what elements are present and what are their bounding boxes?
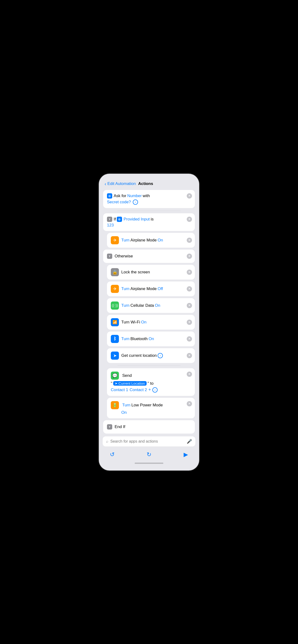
- end-if-label: End If: [115, 424, 125, 429]
- airplane-on-icon: ✈: [111, 236, 119, 244]
- remove-airplane-off[interactable]: ×: [187, 286, 192, 292]
- play-icon: ▶: [184, 451, 188, 458]
- undo-button[interactable]: ↺: [107, 450, 117, 459]
- action-turn-airplane-off[interactable]: ✈ Turn Airplane Mode Off ×: [107, 282, 195, 296]
- cellular-icon: ((·)): [111, 302, 119, 310]
- on-label-1[interactable]: On: [158, 238, 163, 243]
- otherwise-text: Otherwise: [115, 254, 191, 258]
- remove-location[interactable]: ×: [187, 353, 192, 358]
- action-end-if[interactable]: Y End If: [103, 420, 195, 434]
- remove-otherwise[interactable]: ×: [187, 254, 192, 259]
- is-label: is: [151, 217, 154, 222]
- provided-input-token[interactable]: Provided Input: [123, 217, 150, 222]
- remove-lock[interactable]: ×: [187, 270, 192, 275]
- battery-icon: 🔋: [111, 401, 119, 409]
- current-location-tag[interactable]: ➤ Current Location: [113, 381, 146, 386]
- remove-airplane-on[interactable]: ×: [187, 238, 192, 243]
- action-if-row1: Y If ⊕ Provided Input is: [107, 217, 191, 222]
- action-get-location[interactable]: ➤ Get current location › ×: [107, 348, 195, 363]
- header: ‹ Edit Automation Actions: [103, 178, 195, 190]
- contact1-token[interactable]: Contact 1: [111, 388, 128, 392]
- action-ask-number[interactable]: ⊕ Ask for Number with Secret code? › ×: [103, 190, 195, 208]
- redo-button[interactable]: ↻: [144, 450, 154, 459]
- action-turn-wifi[interactable]: 📶 Turn Wi-Fi On ×: [107, 315, 195, 330]
- with-label: with: [142, 194, 150, 198]
- remove-if[interactable]: ×: [187, 217, 192, 222]
- remove-bluetooth[interactable]: ×: [187, 336, 192, 342]
- action-ask-number-row2: Secret code? ›: [107, 200, 146, 205]
- messages-icon: 💬: [111, 372, 119, 380]
- action-turn-cellular[interactable]: ((·)) Turn Cellular Data On ×: [107, 298, 195, 313]
- phone-container: ‹ Edit Automation Actions ⊕ Ask for Numb…: [99, 174, 199, 470]
- action-turn-airplane-on-text: Turn Airplane Mode On: [121, 238, 191, 243]
- location-icon: ➤: [111, 352, 119, 360]
- send-row3: Contact 1 Contact 2 + ›: [111, 387, 165, 392]
- action-send-message[interactable]: 💬 Send " ➤ Current Location " to Contact…: [107, 368, 195, 396]
- get-location-label: Get current location: [121, 353, 157, 358]
- remove-send[interactable]: ×: [187, 372, 192, 377]
- search-bar[interactable]: ⌕ 🎤: [103, 436, 195, 446]
- send-row2: " ➤ Current Location " to: [111, 381, 161, 386]
- add-contact-button[interactable]: +: [148, 387, 151, 392]
- bluetooth-label: Bluetooth: [130, 336, 147, 341]
- off-label[interactable]: Off: [158, 286, 163, 291]
- play-button[interactable]: ▶: [181, 450, 191, 459]
- lock-icon: 🔒: [111, 268, 119, 276]
- send-arrow[interactable]: ›: [152, 387, 158, 392]
- airplane-mode-label-2: Airplane Mode: [130, 286, 157, 291]
- send-row1: 💬 Send: [111, 372, 191, 380]
- get-location-arrow[interactable]: ›: [158, 353, 163, 358]
- secret-code-token[interactable]: Secret code?: [107, 200, 131, 204]
- ask-for-label: Ask for: [114, 194, 126, 198]
- home-indicator: [135, 462, 163, 464]
- end-if-text: End If: [115, 424, 191, 429]
- back-label[interactable]: Edit Automation: [107, 182, 136, 186]
- action-if-condition[interactable]: Y If ⊕ Provided Input is 123 ×: [103, 213, 195, 231]
- remove-ask-number[interactable]: ×: [187, 193, 192, 198]
- turn-low-power-label[interactable]: Turn: [122, 403, 130, 408]
- number-token[interactable]: Number: [127, 194, 141, 198]
- on-low-power[interactable]: On: [121, 410, 127, 415]
- turn-label-3[interactable]: Turn: [121, 303, 129, 308]
- current-location-label: Current Location: [118, 381, 145, 386]
- microphone-icon[interactable]: 🎤: [187, 439, 192, 444]
- action-turn-airplane-off-text: Turn Airplane Mode Off: [121, 286, 191, 291]
- action-turn-bluetooth[interactable]: ᛒ Turn Bluetooth On ×: [107, 332, 195, 346]
- end-if-icon: Y: [107, 424, 112, 430]
- quote-open: ": [111, 381, 112, 386]
- turn-label-2[interactable]: Turn: [121, 286, 129, 291]
- contact2-token[interactable]: Contact 2: [130, 388, 147, 392]
- action-ask-number-row1: ⊕ Ask for Number with: [107, 193, 191, 198]
- on-wifi[interactable]: On: [141, 320, 146, 324]
- current-location-tag-icon: ➤: [115, 382, 117, 385]
- ask-number-arrow[interactable]: ›: [133, 200, 138, 205]
- remove-low-power[interactable]: ×: [187, 401, 192, 406]
- lock-label: Lock the screen: [121, 270, 150, 274]
- wifi-icon: 📶: [111, 318, 119, 326]
- airplane-off-icon: ✈: [111, 285, 119, 293]
- search-icon: ⌕: [106, 439, 108, 444]
- action-cellular-text: Turn Cellular Data On: [121, 303, 191, 308]
- if-value-token[interactable]: 123: [107, 223, 114, 228]
- on-bluetooth[interactable]: On: [148, 336, 154, 341]
- on-cellular[interactable]: On: [155, 303, 161, 308]
- action-turn-airplane-on[interactable]: ✈ Turn Airplane Mode On ×: [107, 233, 195, 248]
- action-otherwise[interactable]: Y Otherwise ×: [103, 250, 195, 263]
- actions-list: ⊕ Ask for Number with Secret code? › × Y…: [103, 190, 195, 434]
- remove-cellular[interactable]: ×: [187, 303, 192, 308]
- turn-label-1[interactable]: Turn: [121, 238, 129, 243]
- wifi-label: Turn Wi-Fi: [121, 320, 140, 324]
- action-lock-screen[interactable]: 🔒 Lock the screen ×: [107, 265, 195, 280]
- page-title: Actions: [138, 182, 153, 186]
- send-label: Send: [122, 373, 132, 378]
- remove-wifi[interactable]: ×: [187, 320, 192, 325]
- action-location-text: Get current location ›: [121, 353, 191, 358]
- back-button[interactable]: ‹ Edit Automation: [105, 182, 136, 186]
- undo-icon: ↺: [110, 451, 115, 458]
- otherwise-label: Otherwise: [115, 254, 133, 258]
- search-input[interactable]: [110, 439, 185, 444]
- turn-label-4[interactable]: Turn: [121, 336, 129, 341]
- divider-2: [117, 366, 181, 366]
- action-low-power[interactable]: 🔋 Turn Low Power Mode On ×: [107, 398, 195, 418]
- if-icon: Y: [107, 217, 112, 222]
